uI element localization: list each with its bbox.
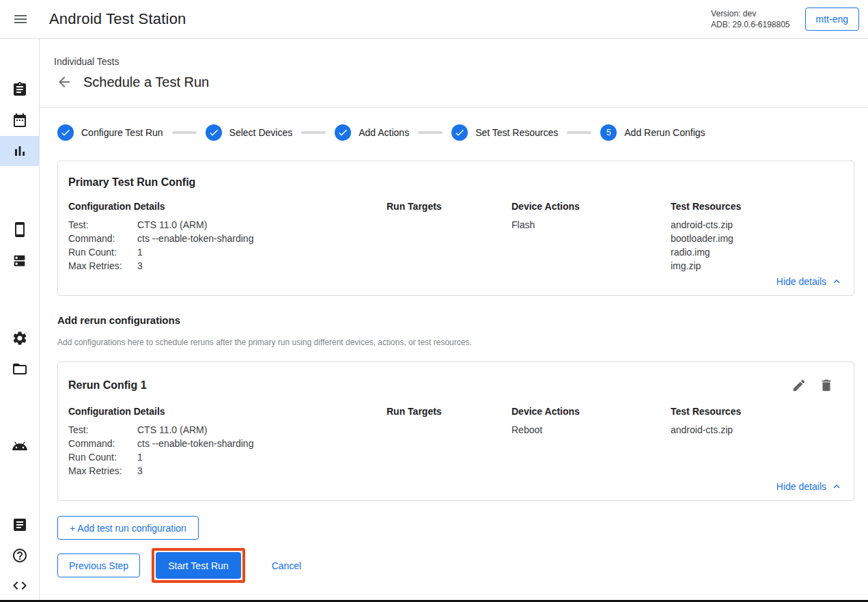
previous-step-button[interactable]: Previous Step: [57, 553, 140, 577]
divider: [40, 107, 868, 108]
adb-version-line: ADB: 29.0.6-6198805: [711, 19, 789, 30]
step-label: Add Actions: [359, 127, 409, 138]
sidebar-item-settings[interactable]: [0, 323, 39, 353]
version-line: Version: dev: [711, 8, 789, 19]
smartphone-icon: [12, 221, 28, 238]
settings-icon: [12, 330, 28, 346]
stepper: Configure Test Run Select Devices Add Ac…: [57, 124, 868, 141]
check-icon: [454, 127, 465, 138]
folder-icon: [12, 361, 28, 377]
clipboard-icon: [12, 81, 28, 98]
step-label: Configure Test Run: [81, 127, 163, 138]
menu-icon[interactable]: [12, 11, 29, 27]
rerun-section-title: Add rerun configurations: [57, 314, 868, 326]
card-title: Rerun Config 1: [68, 379, 147, 392]
back-arrow-icon[interactable]: [56, 74, 72, 90]
step-configure-test-run[interactable]: Configure Test Run: [57, 124, 163, 141]
calendar-icon: [12, 112, 28, 128]
sidebar-item-hosts[interactable]: [0, 245, 39, 275]
primary-config-card: Primary Test Run Config Configuration De…: [57, 161, 854, 296]
rerun-section-description: Add configurations here to schedule reru…: [57, 338, 868, 347]
test-resource: android-cts.zip: [671, 218, 843, 232]
page-title-row: Schedule a Test Run: [56, 72, 868, 92]
step-number: 5: [600, 124, 617, 141]
app-title: Android Test Station: [49, 10, 186, 28]
step-set-test-resources[interactable]: Set Test Resources: [451, 124, 558, 141]
step-select-devices[interactable]: Select Devices: [206, 124, 293, 141]
version-info: Version: dev ADB: 29.0.6-6198805: [711, 8, 789, 30]
sidebar-item-help[interactable]: [0, 541, 39, 571]
test-resource: radio.img: [671, 245, 843, 259]
rerun-config-card: Rerun Config 1 Configuration Details Tes…: [57, 361, 854, 501]
sidebar-item-files[interactable]: [0, 354, 39, 384]
start-test-run-button[interactable]: Start Test Run: [156, 552, 240, 579]
device-action: Reboot: [512, 423, 671, 437]
step-connector: [172, 131, 197, 134]
breadcrumb: Individual Tests: [54, 56, 868, 67]
dns-icon: [12, 254, 27, 268]
cancel-button[interactable]: Cancel: [272, 560, 302, 571]
column-header: Run Targets: [387, 201, 512, 212]
detail-row: Command: cts --enable-token-sharding: [68, 437, 387, 450]
sidebar-item-schedule[interactable]: [0, 105, 39, 135]
chevron-up-icon: [830, 480, 843, 493]
page-title: Schedule a Test Run: [83, 74, 209, 90]
detail-row: Command: cts --enable-token-sharding: [68, 232, 387, 245]
sidebar-item-docs[interactable]: [0, 510, 39, 540]
check-icon: [60, 127, 71, 138]
column-header: Configuration Details: [68, 406, 387, 417]
hide-details-link[interactable]: Hide details: [58, 273, 854, 295]
detail-row: Run Count: 1: [68, 450, 387, 464]
column-header: Test Resources: [671, 201, 843, 212]
check-icon: [208, 127, 219, 138]
detail-row: Run Count: 1: [68, 245, 387, 259]
add-test-run-configuration-button[interactable]: + Add test run configuration: [57, 516, 199, 540]
sidebar: [0, 39, 40, 602]
column-header: Device Actions: [512, 406, 671, 417]
wizard-actions-row: Previous Step Start Test Run Cancel: [57, 548, 868, 583]
device-action: Flash: [512, 218, 671, 232]
step-connector: [301, 131, 326, 134]
step-label: Add Rerun Configs: [624, 127, 705, 138]
step-add-actions[interactable]: Add Actions: [335, 124, 409, 141]
bar-chart-icon: [12, 143, 28, 159]
sidebar-item-test-plans[interactable]: [0, 74, 39, 105]
column-header: Run Targets: [387, 406, 512, 417]
user-button[interactable]: mtt-eng: [805, 8, 859, 31]
detail-row: Max Retries: 3: [68, 464, 387, 478]
delete-icon[interactable]: [819, 377, 835, 394]
test-resource: bootloader.img: [671, 232, 843, 245]
sidebar-item-devtools[interactable]: [0, 571, 39, 601]
annotation-highlight: Start Test Run: [152, 548, 244, 583]
step-connector: [567, 131, 591, 134]
config-details-grid: Configuration Details Test: CTS 11.0 (AR…: [58, 189, 854, 273]
column-header: Test Resources: [671, 406, 843, 417]
card-title: Primary Test Run Config: [68, 176, 195, 189]
chevron-up-icon: [830, 275, 843, 288]
code-icon: [12, 577, 28, 594]
step-connector: [418, 131, 443, 134]
android-icon: [12, 438, 28, 454]
step-label: Set Test Resources: [475, 127, 558, 138]
step-label: Select Devices: [229, 127, 293, 138]
app-header: Android Test Station Version: dev ADB: 2…: [0, 0, 868, 39]
step-add-rerun-configs[interactable]: 5 Add Rerun Configs: [600, 124, 705, 141]
test-resource: android-cts.zip: [671, 423, 843, 437]
detail-row: Max Retries: 3: [68, 259, 387, 273]
edit-icon[interactable]: [792, 377, 808, 394]
column-header: Device Actions: [512, 201, 671, 212]
hide-details-link[interactable]: Hide details: [58, 478, 854, 500]
column-header: Configuration Details: [68, 201, 387, 212]
help-icon: [12, 547, 28, 564]
test-resource: img.zip: [671, 259, 843, 273]
main-content: Individual Tests Schedule a Test Run Con…: [40, 39, 868, 602]
detail-row: Test: CTS 11.0 (ARM): [68, 218, 387, 232]
sidebar-item-android[interactable]: [0, 431, 39, 461]
config-details-grid: Configuration Details Test: CTS 11.0 (AR…: [58, 394, 854, 478]
document-icon: [12, 517, 28, 533]
detail-row: Test: CTS 11.0 (ARM): [68, 423, 387, 437]
sidebar-item-devices[interactable]: [0, 215, 39, 245]
sidebar-item-test-runs[interactable]: [0, 136, 39, 166]
check-icon: [337, 127, 348, 138]
